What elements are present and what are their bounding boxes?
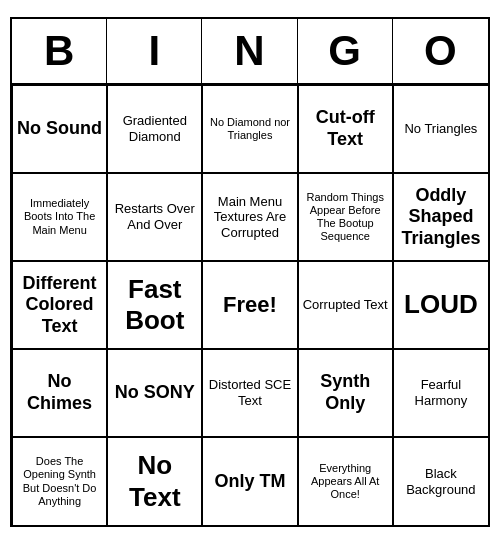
bingo-cell: No Sound [12,85,107,173]
cell-text: LOUD [404,289,478,320]
bingo-cell: Does The Opening Synth But Doesn't Do An… [12,437,107,525]
cell-text: Black Background [398,466,484,497]
cell-text: Main Menu Textures Are Corrupted [207,194,292,241]
cell-text: Free! [223,292,277,318]
cell-text: No Triangles [404,121,477,137]
cell-text: Different Colored Text [17,273,102,338]
bingo-cell: Everything Appears All At Once! [298,437,393,525]
cell-text: Does The Opening Synth But Doesn't Do An… [17,455,102,508]
bingo-card: BINGO No SoundGradiented DiamondNo Diamo… [10,17,490,527]
cell-text: Restarts Over And Over [112,201,197,232]
cell-text: Random Things Appear Before The Bootup S… [303,191,388,244]
bingo-cell: Free! [202,261,297,349]
bingo-cell: Restarts Over And Over [107,173,202,261]
cell-text: Cut-off Text [303,107,388,150]
bingo-cell: No Text [107,437,202,525]
cell-text: Everything Appears All At Once! [303,462,388,502]
bingo-cell: Oddly Shaped Triangles [393,173,488,261]
bingo-cell: Gradiented Diamond [107,85,202,173]
bingo-grid: No SoundGradiented DiamondNo Diamond nor… [12,85,488,525]
bingo-cell: No Triangles [393,85,488,173]
bingo-cell: Main Menu Textures Are Corrupted [202,173,297,261]
cell-text: Distorted SCE Text [207,377,292,408]
cell-text: Corrupted Text [303,297,388,313]
cell-text: Gradiented Diamond [112,113,197,144]
header-letter: G [298,19,393,83]
header-letter: B [12,19,107,83]
cell-text: Fearful Harmony [398,377,484,408]
cell-text: Only TM [214,471,285,493]
bingo-cell: Corrupted Text [298,261,393,349]
cell-text: No Sound [17,118,102,140]
bingo-cell: Distorted SCE Text [202,349,297,437]
header-letter: O [393,19,488,83]
bingo-cell: No Diamond nor Triangles [202,85,297,173]
bingo-cell: Synth Only [298,349,393,437]
bingo-cell: Different Colored Text [12,261,107,349]
header-letter: I [107,19,202,83]
bingo-cell: LOUD [393,261,488,349]
bingo-cell: Only TM [202,437,297,525]
cell-text: Fast Boot [112,274,197,336]
bingo-cell: Black Background [393,437,488,525]
bingo-cell: Random Things Appear Before The Bootup S… [298,173,393,261]
cell-text: No Text [112,450,197,512]
cell-text: Immediately Boots Into The Main Menu [17,197,102,237]
header-letter: N [202,19,297,83]
cell-text: Oddly Shaped Triangles [398,185,484,250]
cell-text: No Chimes [17,371,102,414]
bingo-cell: Fearful Harmony [393,349,488,437]
bingo-cell: No SONY [107,349,202,437]
bingo-cell: Fast Boot [107,261,202,349]
cell-text: Synth Only [303,371,388,414]
bingo-cell: Cut-off Text [298,85,393,173]
bingo-header: BINGO [12,19,488,85]
cell-text: No Diamond nor Triangles [207,116,292,142]
bingo-cell: No Chimes [12,349,107,437]
cell-text: No SONY [115,382,195,404]
bingo-cell: Immediately Boots Into The Main Menu [12,173,107,261]
